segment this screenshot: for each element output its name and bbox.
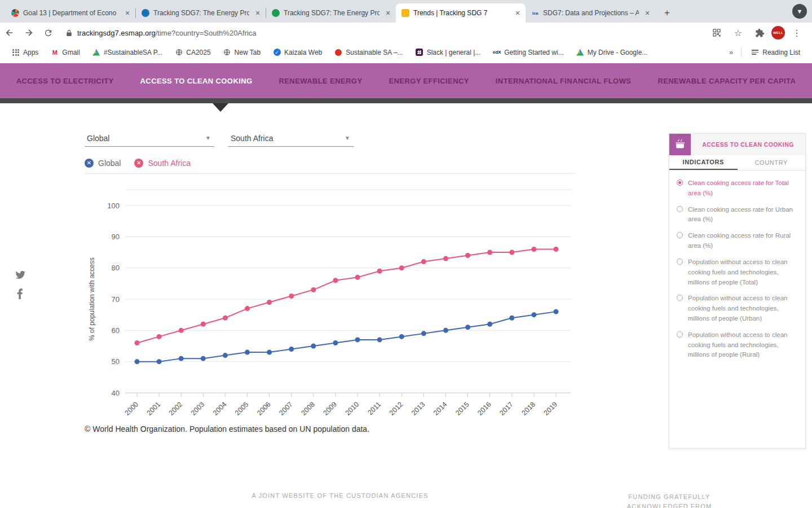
close-icon[interactable]: × <box>383 8 392 17</box>
region-select[interactable]: Global ▼ <box>85 130 214 147</box>
indicator-label: Population without access to clean cooki… <box>688 330 800 360</box>
toolbar-right-icons: ☆ WELL ⋮ <box>707 25 806 41</box>
bookmark-edx[interactable]: edX Getting Started wi... <box>493 49 563 56</box>
tab-trackingsdg7-2[interactable]: Tracking SDG7: The Energy Pro × <box>266 3 396 23</box>
radio-icon[interactable] <box>677 232 683 238</box>
svg-text:2011: 2011 <box>366 400 382 417</box>
reload-icon[interactable] <box>40 25 56 41</box>
chart-source-caption: © World Health Organization. Population … <box>85 424 369 433</box>
tab-search-chevron-icon[interactable]: ▼ <box>792 4 807 19</box>
twitter-icon[interactable] <box>15 270 25 281</box>
browser-toolbar: trackingsdg7.esmap.org/time?country=Sout… <box>0 23 812 43</box>
svg-text:2002: 2002 <box>167 400 184 417</box>
reading-list-button[interactable]: Reading List <box>751 49 800 56</box>
bookmark-star-icon[interactable]: ☆ <box>730 25 746 41</box>
radio-icon[interactable] <box>677 259 683 265</box>
tab-trends-active[interactable]: Trends | Tracking SDG 7 × <box>396 3 526 23</box>
nav-renewable-energy[interactable]: RENEWABLE ENERGY <box>279 77 362 85</box>
browser-menu-icon[interactable]: ⋮ <box>789 25 805 41</box>
bookmark-apps[interactable]: Apps <box>12 49 38 56</box>
bookmark-newtab[interactable]: New Tab <box>223 49 261 56</box>
close-icon[interactable]: × <box>253 8 262 17</box>
svg-text:2012: 2012 <box>388 400 405 417</box>
radio-icon[interactable] <box>677 331 683 338</box>
address-bar[interactable]: trackingsdg7.esmap.org/time?country=Sout… <box>65 29 707 37</box>
svg-text:40: 40 <box>112 389 120 397</box>
svg-text:90: 90 <box>112 233 120 241</box>
qr-code-icon[interactable] <box>709 25 725 41</box>
chip-global[interactable]: ✕ Global <box>85 159 121 168</box>
radio-icon[interactable] <box>677 295 683 301</box>
bookmarks-bar: Apps M Gmail #SustainableSA P... CA2025 … <box>0 43 812 62</box>
back-icon[interactable] <box>2 25 17 41</box>
clean-cooking-pot-icon <box>669 134 691 155</box>
site-nav: ACCESS TO ELECTRICITY ACCESS TO CLEAN CO… <box>0 63 812 98</box>
remove-series-icon[interactable]: ✕ <box>85 159 94 168</box>
indicator-option-urban-rate[interactable]: Clean cooking access rate for Urban area… <box>677 205 800 225</box>
url-path: /time?country=South%20Africa <box>156 29 257 37</box>
indicator-option-total-rate[interactable]: Clean cooking access rate for Total area… <box>677 178 800 199</box>
bookmark-gmail[interactable]: M Gmail <box>51 49 80 56</box>
trends-yellow-icon <box>401 9 409 17</box>
radio-icon[interactable] <box>677 206 683 212</box>
chip-south-africa[interactable]: ✕ South Africa <box>134 159 191 168</box>
bookmark-label: My Drive - Google... <box>588 49 648 56</box>
profile-avatar[interactable]: WELL <box>771 26 785 40</box>
bookmark-label: Gmail <box>62 49 80 56</box>
red-site-icon <box>334 49 342 56</box>
remove-series-icon[interactable]: ✕ <box>134 159 143 168</box>
close-icon[interactable]: × <box>643 8 652 17</box>
country-select[interactable]: South Africa ▼ <box>228 130 354 147</box>
indicator-option-rural-rate[interactable]: Clean cooking access rate for Rural area… <box>677 231 800 251</box>
nav-energy-efficiency[interactable]: ENERGY EFFICIENCY <box>389 77 469 85</box>
tab-indicators[interactable]: INDICATORS <box>669 155 738 170</box>
nav-renewable-capacity-per-capita[interactable]: RENEWABLE CAPACITY PER CAPITA <box>657 77 796 85</box>
tab-title: SDG7: Data and Projections – A <box>543 9 639 17</box>
trend-line-chart: 4050607080901002000200120022003200420052… <box>85 186 575 431</box>
google-drive-icon <box>92 49 100 56</box>
bookmark-label: Getting Started wi... <box>504 49 563 56</box>
footer-custodian-text: A JOINT WEBSITE OF THE CUSTODIAN AGENCIE… <box>0 492 680 499</box>
bookmark-label: New Tab <box>235 49 261 56</box>
nav-access-to-clean-cooking[interactable]: ACCESS TO CLEAN COOKING <box>140 77 253 85</box>
close-icon[interactable]: × <box>513 8 522 17</box>
nav-underline-bar <box>0 98 812 103</box>
bookmark-mydrive[interactable]: My Drive - Google... <box>576 49 648 56</box>
facebook-icon[interactable] <box>17 288 23 301</box>
tab-iea[interactable]: iea SDG7: Data and Projections – A × <box>526 3 655 23</box>
tab-country[interactable]: COUNTRY <box>738 155 806 170</box>
nav-international-financial-flows[interactable]: INTERNATIONAL FINANCIAL FLOWS <box>496 77 632 85</box>
extensions-puzzle-icon[interactable] <box>752 25 767 41</box>
tab-goal13[interactable]: Goal 13 | Department of Econo × <box>6 3 135 23</box>
indicator-option-without-access-rural[interactable]: Population without access to clean cooki… <box>677 330 800 360</box>
nav-access-to-electricity[interactable]: ACCESS TO ELECTRICITY <box>16 77 114 85</box>
lock-icon <box>65 29 73 37</box>
chevron-down-icon: ▼ <box>345 135 350 141</box>
bookmarks-overflow-icon[interactable]: » <box>729 48 733 56</box>
reading-list-icon <box>751 49 759 56</box>
bookmark-sustainablesa-drive[interactable]: #SustainableSA P... <box>92 49 163 56</box>
bookmark-kaizala[interactable]: ✓ Kaizala Web <box>273 49 322 56</box>
bookmark-slack[interactable]: Slack | general |... <box>416 49 481 56</box>
iea-icon: iea <box>531 9 539 17</box>
bookmark-ca2025[interactable]: CA2025 <box>175 49 210 56</box>
radio-selected-icon[interactable] <box>677 179 683 186</box>
svg-text:2016: 2016 <box>476 400 493 417</box>
bookmark-label: Sustainable SA –... <box>346 49 403 56</box>
bookmark-label: #SustainableSA P... <box>104 49 163 56</box>
indicator-options: Clean cooking access rate for Total area… <box>669 170 805 360</box>
svg-text:100: 100 <box>107 202 120 210</box>
indicator-option-without-access-urban[interactable]: Population without access to clean cooki… <box>677 294 800 323</box>
forward-icon[interactable] <box>21 25 37 41</box>
kaizala-check-icon: ✓ <box>273 49 281 56</box>
close-icon[interactable]: × <box>123 8 132 17</box>
indicator-option-without-access-total[interactable]: Population without access to clean cooki… <box>677 257 800 287</box>
bookmark-sustainablesa-site[interactable]: Sustainable SA –... <box>334 49 403 56</box>
divider <box>741 47 742 58</box>
tab-title: Trends | Tracking SDG 7 <box>413 9 509 17</box>
new-tab-button[interactable]: + <box>660 6 674 20</box>
indicator-label: Clean cooking access rate for Rural area… <box>688 231 800 251</box>
svg-text:80: 80 <box>112 264 120 272</box>
tab-trackingsdg7-1[interactable]: Tracking SDG7: The Energy Pro × <box>136 3 266 23</box>
country-select-value: South Africa <box>231 134 273 143</box>
